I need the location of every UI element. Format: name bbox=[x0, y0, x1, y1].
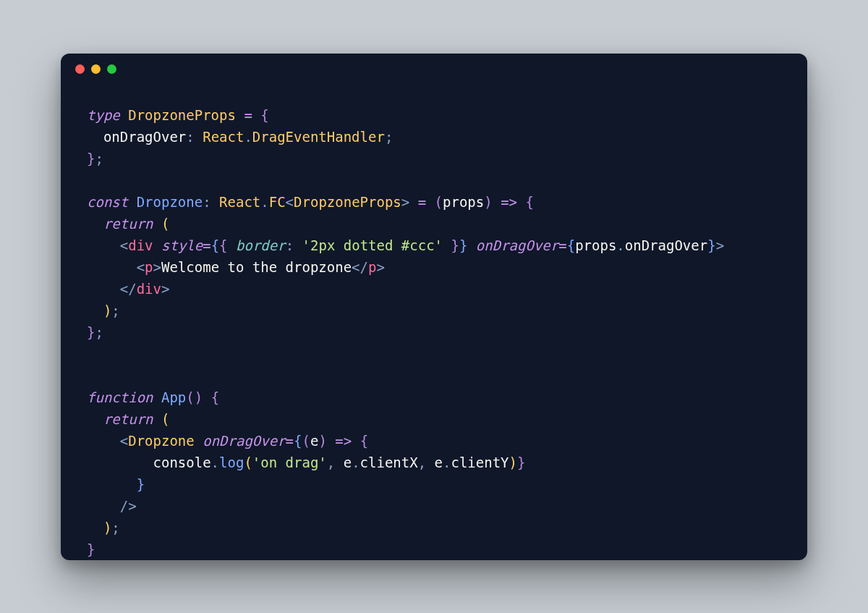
code-token: : bbox=[186, 129, 194, 145]
code-token: : bbox=[203, 194, 210, 210]
code-token: FC bbox=[269, 194, 286, 210]
code-token: => bbox=[501, 194, 517, 210]
code-token: . bbox=[443, 455, 451, 470]
code-token: . bbox=[352, 455, 359, 470]
code-token: e bbox=[435, 455, 443, 470]
code-token: border bbox=[236, 237, 286, 253]
code-token bbox=[335, 455, 343, 470]
code-token: DropzoneProps bbox=[128, 107, 236, 123]
code-token bbox=[352, 433, 359, 449]
code-token: Dropzone bbox=[128, 433, 195, 449]
code-token bbox=[87, 455, 153, 470]
code-token: ; bbox=[95, 151, 103, 166]
code-token: = bbox=[418, 194, 426, 210]
code-token: ) bbox=[318, 433, 326, 449]
code-token bbox=[294, 237, 302, 253]
code-token: } bbox=[137, 476, 145, 492]
code-token: } bbox=[87, 151, 95, 166]
code-token: . bbox=[211, 455, 219, 470]
code-token: < bbox=[286, 194, 294, 210]
code-token bbox=[409, 194, 417, 210]
code-token: ( bbox=[244, 455, 252, 470]
code-token: { bbox=[211, 237, 219, 253]
close-icon[interactable] bbox=[75, 64, 85, 74]
code-block: type DropzoneProps = { onDragOver: React… bbox=[61, 85, 807, 560]
code-token bbox=[153, 237, 161, 253]
code-token bbox=[87, 476, 137, 492]
code-token: ) bbox=[509, 455, 517, 470]
code-token bbox=[87, 237, 120, 253]
code-token bbox=[195, 129, 203, 145]
code-token: } bbox=[87, 541, 95, 557]
code-token: 'on drag' bbox=[252, 455, 327, 470]
code-token: App bbox=[161, 389, 186, 405]
code-token bbox=[87, 411, 103, 427]
code-token: div bbox=[137, 281, 161, 297]
code-token: return bbox=[103, 216, 161, 232]
code-token bbox=[443, 237, 451, 253]
code-token bbox=[426, 455, 434, 470]
code-token: = bbox=[203, 237, 210, 253]
code-token: . bbox=[244, 129, 252, 145]
code-token bbox=[87, 433, 120, 449]
code-token bbox=[87, 259, 137, 275]
code-token: type bbox=[87, 107, 128, 123]
code-token: div bbox=[128, 237, 153, 253]
code-token: onDragOver bbox=[476, 237, 558, 253]
code-token: console bbox=[153, 455, 211, 470]
code-token: } bbox=[707, 237, 715, 253]
code-token bbox=[426, 194, 434, 210]
code-token bbox=[236, 107, 244, 123]
code-token: Welcome to the dropzone bbox=[161, 259, 352, 275]
code-token: { bbox=[219, 237, 227, 253]
code-token: ) bbox=[195, 389, 203, 405]
code-window: type DropzoneProps = { onDragOver: React… bbox=[61, 54, 807, 560]
code-token bbox=[327, 433, 335, 449]
code-token: ( bbox=[302, 433, 310, 449]
code-token: ( bbox=[161, 216, 169, 232]
code-token bbox=[211, 194, 219, 210]
code-token: { bbox=[260, 107, 268, 123]
code-token: </ bbox=[120, 281, 137, 297]
code-token: , bbox=[327, 455, 335, 470]
code-token: > bbox=[716, 237, 724, 253]
code-token bbox=[87, 303, 103, 318]
code-token: ; bbox=[111, 303, 119, 318]
window-titlebar bbox=[61, 54, 807, 85]
code-token: ; bbox=[95, 324, 103, 340]
zoom-icon[interactable] bbox=[107, 64, 116, 74]
minimize-icon[interactable] bbox=[91, 64, 101, 74]
code-token: React bbox=[203, 129, 244, 145]
code-token: onDragOver bbox=[87, 129, 186, 145]
code-token: } bbox=[459, 237, 467, 253]
code-token: > bbox=[153, 259, 161, 275]
code-token: ; bbox=[385, 129, 393, 145]
code-token: p bbox=[368, 259, 376, 275]
code-token: { bbox=[526, 194, 534, 210]
code-token: Dropzone bbox=[137, 194, 203, 210]
code-token: /> bbox=[120, 498, 137, 514]
code-token bbox=[87, 216, 103, 232]
code-token: '2px dotted #ccc' bbox=[302, 237, 443, 253]
code-token: ) bbox=[103, 303, 111, 318]
code-token: { bbox=[360, 433, 368, 449]
code-token bbox=[87, 281, 120, 297]
code-token: } bbox=[517, 455, 525, 470]
code-token: => bbox=[335, 433, 352, 449]
code-token: function bbox=[87, 389, 161, 405]
code-token: DragEventHandler bbox=[252, 129, 385, 145]
code-token: DropzoneProps bbox=[294, 194, 401, 210]
code-token: < bbox=[137, 259, 145, 275]
code-token bbox=[228, 237, 236, 253]
code-token: ( bbox=[186, 389, 194, 405]
code-token: = bbox=[286, 433, 294, 449]
code-token: onDragOver bbox=[625, 237, 707, 253]
code-token bbox=[87, 498, 120, 514]
code-token bbox=[517, 194, 525, 210]
stage: type DropzoneProps = { onDragOver: React… bbox=[0, 0, 868, 613]
code-token: clientX bbox=[360, 455, 418, 470]
code-token: = bbox=[244, 107, 252, 123]
code-token: < bbox=[120, 237, 128, 253]
code-token: const bbox=[87, 194, 137, 210]
code-token: } bbox=[87, 324, 95, 340]
